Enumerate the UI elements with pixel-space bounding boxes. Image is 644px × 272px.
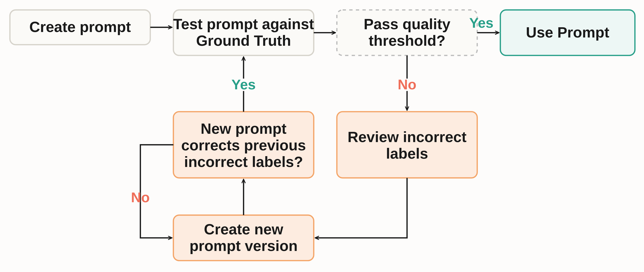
node-use-prompt-label: Use Prompt: [526, 24, 609, 41]
node-review-label-2: labels: [386, 145, 428, 162]
node-pass-quality-label-2: threshold?: [369, 32, 446, 49]
edge-pass-to-use-label: Yes: [469, 15, 494, 31]
edge-corrects-to-createnew-label: No: [131, 190, 150, 205]
node-review-incorrect-labels: Review incorrect labels: [337, 112, 477, 178]
node-create-prompt: Create prompt: [10, 10, 150, 45]
edge-corrects-to-test-label: Yes: [232, 77, 256, 92]
node-use-prompt: Use Prompt: [500, 10, 635, 55]
node-review-label-1: Review incorrect: [348, 128, 466, 145]
node-test-prompt-label-1: Test prompt against: [173, 16, 314, 32]
node-new-prompt-corrects-label-2: corrects previous: [181, 137, 306, 154]
node-create-prompt-label: Create prompt: [29, 19, 131, 35]
node-test-prompt-label-2: Ground Truth: [196, 32, 291, 49]
node-new-prompt-corrects: New prompt corrects previous incorrect l…: [174, 112, 314, 178]
node-create-new-label-2: prompt version: [190, 237, 298, 254]
edge-pass-to-review-label: No: [398, 77, 416, 92]
flowchart-canvas: Create prompt Test prompt against Ground…: [0, 0, 644, 272]
node-new-prompt-corrects-label-1: New prompt: [200, 120, 286, 137]
node-pass-quality-label-1: Pass quality: [364, 16, 450, 32]
node-new-prompt-corrects-label-3: incorrect labels?: [184, 154, 303, 170]
node-test-prompt: Test prompt against Ground Truth: [173, 10, 314, 55]
node-create-new-prompt-version: Create new prompt version: [174, 215, 314, 260]
node-create-new-label-1: Create new: [204, 221, 283, 237]
node-pass-quality-threshold: Pass quality threshold?: [337, 10, 477, 55]
edge-review-to-createnew: [315, 178, 407, 238]
